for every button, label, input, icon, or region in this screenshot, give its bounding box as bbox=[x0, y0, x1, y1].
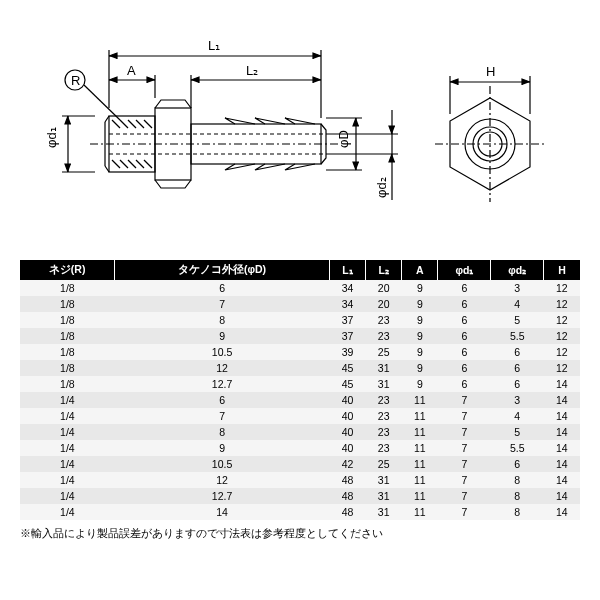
dim-d2: φd₂ bbox=[374, 177, 389, 198]
dim-l1: L₁ bbox=[208, 38, 220, 53]
table-cell: 4 bbox=[491, 296, 544, 312]
table-cell: 34 bbox=[329, 280, 365, 296]
table-header-row: ネジ(R)タケノコ外径(φD)L₁L₂Aφd₁φd₂H bbox=[20, 260, 580, 280]
table-cell: 39 bbox=[329, 344, 365, 360]
table-cell: 9 bbox=[402, 312, 438, 328]
table-cell: 48 bbox=[329, 504, 365, 520]
table-cell: 12 bbox=[544, 280, 580, 296]
table-cell: 12 bbox=[544, 360, 580, 376]
footnote: ※輸入品により製品誤差がありますので寸法表は参考程度としてください bbox=[20, 526, 580, 541]
table-cell: 42 bbox=[329, 456, 365, 472]
table-cell: 12.7 bbox=[115, 376, 330, 392]
table-cell: 48 bbox=[329, 488, 365, 504]
table-cell: 23 bbox=[366, 440, 402, 456]
table-cell: 6 bbox=[491, 344, 544, 360]
table-cell: 8 bbox=[491, 472, 544, 488]
table-cell: 40 bbox=[329, 424, 365, 440]
svg-line-11 bbox=[128, 160, 136, 168]
table-cell: 1/4 bbox=[20, 408, 115, 424]
table-cell: 6 bbox=[491, 456, 544, 472]
table-cell: 31 bbox=[366, 504, 402, 520]
table-cell: 37 bbox=[329, 328, 365, 344]
table-cell: 6 bbox=[115, 392, 330, 408]
table-cell: 11 bbox=[402, 488, 438, 504]
table-cell: 4 bbox=[491, 408, 544, 424]
table-cell: 5 bbox=[491, 424, 544, 440]
table-cell: 11 bbox=[402, 504, 438, 520]
col-header: タケノコ外径(φD) bbox=[115, 260, 330, 280]
table-cell: 14 bbox=[544, 472, 580, 488]
table-row: 1/4124831117814 bbox=[20, 472, 580, 488]
col-header: A bbox=[402, 260, 438, 280]
table-cell: 1/8 bbox=[20, 344, 115, 360]
col-header: ネジ(R) bbox=[20, 260, 115, 280]
table-cell: 7 bbox=[438, 504, 491, 520]
table-cell: 9 bbox=[402, 296, 438, 312]
table-cell: 7 bbox=[438, 440, 491, 456]
table-cell: 9 bbox=[115, 440, 330, 456]
table-cell: 9 bbox=[402, 344, 438, 360]
table-cell: 5.5 bbox=[491, 440, 544, 456]
table-cell: 40 bbox=[329, 392, 365, 408]
table-row: 1/464023117314 bbox=[20, 392, 580, 408]
table-cell: 10.5 bbox=[115, 344, 330, 360]
table-cell: 7 bbox=[438, 424, 491, 440]
svg-line-8 bbox=[144, 120, 152, 128]
table-row: 1/412.74831117814 bbox=[20, 488, 580, 504]
svg-line-12 bbox=[136, 160, 144, 168]
table-cell: 23 bbox=[366, 424, 402, 440]
table-cell: 9 bbox=[402, 280, 438, 296]
table-row: 1/410.54225117614 bbox=[20, 456, 580, 472]
table-cell: 1/8 bbox=[20, 360, 115, 376]
table-cell: 23 bbox=[366, 328, 402, 344]
col-header: φd₂ bbox=[491, 260, 544, 280]
table-cell: 1/8 bbox=[20, 280, 115, 296]
col-header: L₂ bbox=[366, 260, 402, 280]
table-cell: 1/4 bbox=[20, 440, 115, 456]
table-cell: 7 bbox=[115, 408, 330, 424]
dim-d1: φd₁ bbox=[44, 127, 59, 148]
table-cell: 6 bbox=[491, 360, 544, 376]
table-cell: 31 bbox=[366, 472, 402, 488]
table-cell: 6 bbox=[115, 280, 330, 296]
table-cell: 14 bbox=[544, 392, 580, 408]
table-cell: 9 bbox=[402, 328, 438, 344]
table-cell: 6 bbox=[438, 312, 491, 328]
table-cell: 6 bbox=[491, 376, 544, 392]
svg-line-13 bbox=[144, 160, 152, 168]
table-cell: 25 bbox=[366, 456, 402, 472]
table-cell: 14 bbox=[544, 504, 580, 520]
table-cell: 7 bbox=[438, 408, 491, 424]
table-row: 1/4144831117814 bbox=[20, 504, 580, 520]
table-cell: 8 bbox=[491, 504, 544, 520]
table-cell: 6 bbox=[438, 280, 491, 296]
table-cell: 48 bbox=[329, 472, 365, 488]
table-cell: 6 bbox=[438, 376, 491, 392]
table-cell: 1/8 bbox=[20, 296, 115, 312]
table-cell: 9 bbox=[402, 376, 438, 392]
table-cell: 7 bbox=[438, 392, 491, 408]
table-cell: 31 bbox=[366, 488, 402, 504]
table-cell: 1/4 bbox=[20, 424, 115, 440]
table-cell: 45 bbox=[329, 376, 365, 392]
dim-l2: L₂ bbox=[246, 63, 258, 78]
table-cell: 31 bbox=[366, 360, 402, 376]
dim-r: R bbox=[71, 73, 80, 88]
table-cell: 1/8 bbox=[20, 312, 115, 328]
table-cell: 8 bbox=[491, 488, 544, 504]
table-cell: 23 bbox=[366, 408, 402, 424]
table-row: 1/86342096312 bbox=[20, 280, 580, 296]
table-cell: 14 bbox=[115, 504, 330, 520]
table-cell: 6 bbox=[438, 296, 491, 312]
svg-line-27 bbox=[84, 85, 120, 120]
table-cell: 11 bbox=[402, 408, 438, 424]
table-row: 1/484023117514 bbox=[20, 424, 580, 440]
table-cell: 23 bbox=[366, 392, 402, 408]
table-cell: 23 bbox=[366, 312, 402, 328]
table-cell: 6 bbox=[438, 344, 491, 360]
table-cell: 12 bbox=[544, 296, 580, 312]
table-cell: 11 bbox=[402, 440, 438, 456]
table-cell: 9 bbox=[402, 360, 438, 376]
dimensions-table: ネジ(R)タケノコ外径(φD)L₁L₂Aφd₁φd₂H 1/8634209631… bbox=[20, 260, 580, 520]
table-cell: 14 bbox=[544, 424, 580, 440]
